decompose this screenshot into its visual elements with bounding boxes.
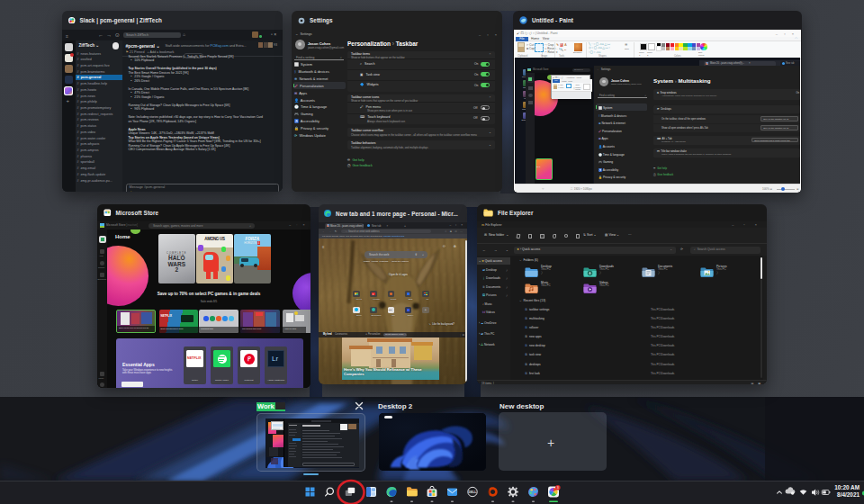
svg-text:DELL: DELL [469,490,477,494]
svg-text:3: 3 [557,486,559,490]
